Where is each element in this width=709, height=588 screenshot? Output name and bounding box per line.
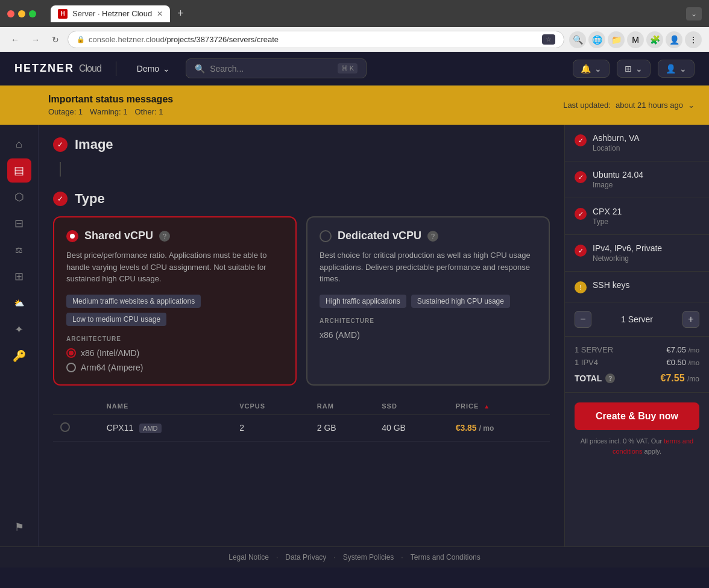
total-price-value: €7.55 (660, 373, 684, 383)
status-expand-icon[interactable]: ⌄ (688, 101, 695, 110)
row-name-cell: CPX11 AMD (99, 414, 232, 441)
dedicated-arch-value: x86 (AMD) (320, 330, 537, 340)
search-placeholder: Search... (210, 64, 244, 74)
user-button[interactable]: 👤 ⌄ (658, 60, 695, 78)
extension-icon-5[interactable]: 🧩 (646, 31, 663, 48)
apps-button[interactable]: ⊞ ⌄ (617, 60, 651, 78)
shared-vcpu-radio[interactable] (66, 230, 78, 242)
content-area: ✓ Image ✓ Type (39, 125, 564, 546)
total-price: €7.55 /mo (660, 373, 699, 384)
count-minus-button[interactable]: − (575, 311, 591, 328)
sidebar-item-keys[interactable]: 🔑 (7, 344, 31, 368)
sidebar-item-bottom[interactable]: ⚑ (7, 515, 31, 539)
count-plus-button[interactable]: + (682, 311, 699, 328)
extension-icon-2[interactable]: 🌐 (588, 31, 605, 48)
shared-vcpu-desc: Best price/performance ratio. Applicatio… (66, 249, 283, 285)
maximize-button[interactable] (29, 10, 36, 17)
last-updated-label: Last updated: (563, 101, 611, 110)
dedicated-vcpu-card[interactable]: Dedicated vCPU ? Best choice for critica… (306, 216, 550, 386)
extension-icon-4[interactable]: M (627, 31, 644, 48)
footer-sep-3: · (401, 553, 403, 561)
shared-vcpu-card[interactable]: Shared vCPU ? Best price/performance rat… (53, 216, 297, 386)
total-help-icon[interactable]: ? (605, 374, 615, 383)
row-price-period: / mo (479, 424, 494, 433)
extension-icon-1[interactable]: 🔍 (569, 31, 586, 48)
notifications-button[interactable]: 🔔 ⌄ (573, 60, 610, 78)
sidebar-item-managed-db[interactable]: ✦ (7, 317, 31, 342)
image-section: ✓ Image (53, 137, 550, 177)
type-cards: Shared vCPU ? Best price/performance rat… (53, 216, 550, 386)
sidebar-item-firewalls[interactable]: ⊟ (7, 211, 31, 236)
create-section: Create & Buy now All prices incl. 0 % VA… (565, 393, 709, 466)
footer: Legal Notice · Data Privacy · System Pol… (0, 546, 709, 568)
radio-inner (70, 234, 75, 239)
arch-options: x86 (Intel/AMD) Arm64 (Ampere) (66, 348, 283, 372)
arch-x86-radio[interactable] (66, 348, 76, 358)
location-name: Ashburn, VA (593, 133, 640, 143)
menu-icon[interactable]: ⋮ (685, 31, 702, 48)
project-selector[interactable]: Demo ⌄ (131, 60, 176, 77)
col-select (53, 398, 99, 415)
ipv4-pricing-value: €0.50 /mo (666, 358, 699, 367)
tab-expand-button[interactable]: ⌄ (686, 7, 702, 20)
footer-legal-notice[interactable]: Legal Notice (228, 553, 269, 561)
hetzner-logo: HETZNER Cloud (14, 62, 101, 75)
sidebar-item-floating-ips[interactable]: ⛅ (7, 291, 31, 315)
networking-label: Networking (593, 254, 662, 263)
minimize-button[interactable] (18, 10, 25, 17)
close-button[interactable] (7, 10, 14, 17)
address-bar[interactable]: 🔒 console.hetzner.cloud/projects/3873726… (68, 31, 564, 48)
summary-image: ✓ Ubuntu 24.04 Image (565, 161, 709, 198)
networking-name: IPv4, IPv6, Private (593, 243, 662, 253)
footer-terms[interactable]: Terms and Conditions (411, 553, 481, 561)
ipv4-per-mo: /mo (689, 359, 699, 366)
sidebar-item-networks[interactable]: ⊞ (7, 264, 31, 289)
browser-titlebar: H Server · Hetzner Cloud ✕ + ⌄ (0, 0, 709, 27)
back-button[interactable]: ← (7, 33, 23, 47)
networking-info: IPv4, IPv6, Private Networking (593, 243, 662, 263)
footer-data-privacy[interactable]: Data Privacy (285, 553, 326, 561)
search-bar[interactable]: 🔍 Search... ⌘ K (186, 58, 367, 78)
tab-close-button[interactable]: ✕ (157, 10, 163, 18)
profile-icon[interactable]: 👤 (666, 31, 682, 48)
sidebar-item-home[interactable]: ⌂ (7, 132, 31, 156)
status-banner-sub: Outage: 1 Warning: 1 Other: 1 (48, 107, 173, 116)
shared-vcpu-help[interactable]: ? (159, 231, 170, 242)
arch-arm64-radio[interactable] (66, 363, 76, 372)
summary-ssh-keys: ! SSH keys (565, 272, 709, 302)
dedicated-vcpu-desc: Best choice for critical production as w… (320, 249, 537, 285)
chevron-down-icon: ⌄ (594, 64, 602, 74)
arch-arm64-option[interactable]: Arm64 (Ampere) (66, 363, 283, 372)
create-buy-button[interactable]: Create & Buy now (575, 402, 699, 430)
row-radio[interactable] (60, 422, 70, 432)
active-tab[interactable]: H Server · Hetzner Cloud ✕ (51, 5, 170, 22)
sidebar-item-volumes[interactable]: ⬡ (7, 185, 31, 209)
server-pricing-value: €7.05 /mo (666, 345, 699, 354)
tag-sustained-cpu: Sustained high CPU usage (411, 295, 510, 308)
url-protocol: console.hetzner.cloud (89, 35, 165, 44)
browser-tabs: H Server · Hetzner Cloud ✕ + (51, 5, 189, 22)
server-count: − 1 Server + (565, 302, 709, 337)
logo-text: HETZNER (14, 62, 74, 75)
dedicated-vcpu-help[interactable]: ? (427, 231, 438, 242)
dedicated-vcpu-radio[interactable] (320, 230, 332, 242)
servers-table: NAME VCPUS RAM SSD PRICE ▲ (53, 398, 550, 442)
summary-networking: ✓ IPv4, IPv6, Private Networking (565, 235, 709, 272)
arch-x86-option[interactable]: x86 (Intel/AMD) (66, 348, 283, 358)
server-pricing-label: 1 SERVER (575, 345, 613, 354)
footer-system-policies[interactable]: System Policies (343, 553, 394, 561)
sidebar-item-load-balancers[interactable]: ⚖ (7, 238, 31, 262)
chevron-down-icon: ⌄ (635, 64, 643, 74)
table-row[interactable]: CPX11 AMD 2 2 GB 40 GB €3.85 / mo (53, 414, 550, 441)
forward-button[interactable]: → (28, 33, 43, 47)
extension-icon-3[interactable]: 📁 (608, 31, 625, 48)
browser-window: H Server · Hetzner Cloud ✕ + ⌄ ← → ↻ 🔒 c… (0, 0, 709, 52)
type-section-header: ✓ Type (53, 191, 550, 207)
other-text: Other: 1 (135, 107, 163, 116)
new-tab-button[interactable]: + (172, 5, 189, 22)
arch-label: ARCHITECTURE (66, 336, 283, 342)
sidebar-item-servers[interactable]: ▤ (7, 158, 31, 183)
refresh-button[interactable]: ↻ (48, 33, 63, 47)
cloud-text: Cloud (79, 63, 101, 74)
ssh-check: ! (575, 281, 587, 293)
